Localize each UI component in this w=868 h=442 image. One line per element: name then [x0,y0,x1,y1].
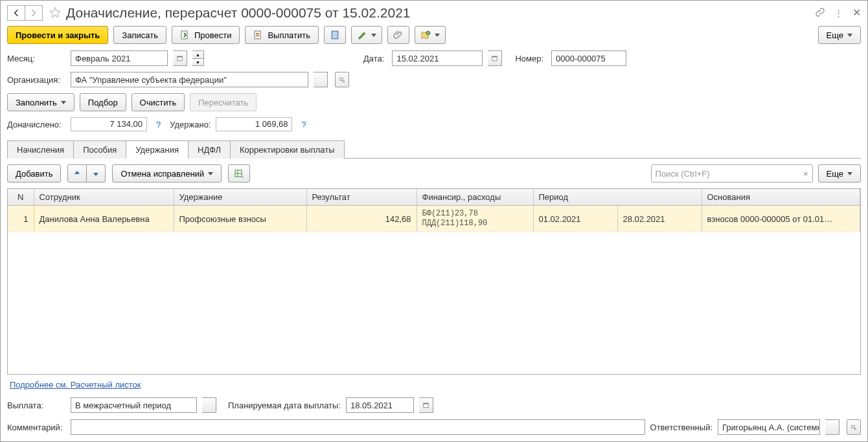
arrow-up-icon [73,170,81,177]
clear-button[interactable]: Очистить [131,93,185,111]
org-label: Организация: [7,75,65,85]
post-and-close-button[interactable]: Провести и закрыть [7,26,108,44]
comment-input[interactable] [71,419,645,435]
pick-button[interactable]: Подбор [80,93,126,111]
tab-benefits[interactable]: Пособия [73,140,126,159]
tab-corrections[interactable]: Корректировки выплаты [230,140,345,159]
payslip-link[interactable]: Подробнее см. Расчетный листок [10,380,141,390]
col-period[interactable]: Период [533,189,702,206]
tabs: Начисления Пособия Удержания НДФЛ Коррек… [7,140,861,159]
plan-date-field[interactable]: 18.05.2021 [346,397,414,413]
post-button[interactable]: Провести [172,26,240,44]
col-basis[interactable]: Основания [702,189,860,206]
pencil-icon [357,30,367,40]
cell-basis: взносов 0000-000005 от 01.01… [702,206,860,232]
post-icon [180,30,190,40]
cell-financing: БФ(211)23,78 ПДД(211)118,90 [417,206,533,232]
calendar-icon [423,401,429,409]
spinner-down-icon[interactable]: ▼ [192,58,204,66]
deductions-grid[interactable]: N Сотрудник Удержание Результат Финансир… [7,188,861,375]
cell-n: 1 [8,206,34,232]
grid-settings-button[interactable] [228,164,250,182]
attach-icon-button[interactable] [387,26,409,44]
tab-more-button[interactable]: Еще [818,164,861,182]
uderzhano-label: Удержано: [170,120,211,129]
cell-period-from: 01.02.2021 [533,206,617,232]
link-icon[interactable] [815,7,825,19]
report-icon [330,30,340,40]
svg-point-4 [426,31,430,35]
cell-result: 142,68 [306,206,417,232]
nav-forward-button[interactable] [25,5,43,21]
uderzhano-value: 1 069,68 [216,117,292,131]
gear-box-icon [420,30,431,40]
close-icon[interactable]: ✕ [852,8,861,18]
fill-button[interactable]: Заполнить [7,93,74,111]
nav-back-button[interactable] [7,5,25,21]
payment-label: Выплата: [7,401,65,410]
org-dropdown-button[interactable] [314,72,328,87]
donachisleno-value: 7 134,00 [71,117,147,131]
move-up-button[interactable] [67,164,87,182]
tab-ndfl[interactable]: НДФЛ [188,140,231,159]
month-label: Месяц: [7,54,65,63]
arrow-down-icon [92,170,100,177]
payment-field[interactable]: В межрасчетный период [71,397,197,413]
clear-search-icon[interactable]: × [803,169,808,179]
donachisleno-label: Доначислено: [7,120,65,129]
more-button[interactable]: Еще [818,26,861,44]
month-spinner[interactable]: ▲ ▼ [192,50,204,66]
plan-date-calendar-button[interactable] [419,397,433,413]
save-button[interactable]: Записать [113,26,166,44]
search-input[interactable]: Поиск (Ctrl+F) × [651,164,813,182]
pay-button[interactable]: Выплатить [245,26,319,44]
add-button[interactable]: Добавить [7,164,61,182]
open-ref-icon [339,76,345,83]
date-calendar-button[interactable] [488,50,502,66]
col-result[interactable]: Результат [306,189,417,206]
chevron-down-icon [371,34,376,37]
comment-label: Комментарий: [7,423,65,432]
tab-deductions[interactable]: Удержания [126,140,188,159]
extra-icon-button[interactable] [415,26,446,44]
responsible-dropdown-button[interactable] [825,419,839,435]
month-calendar-button[interactable] [173,50,187,66]
chevron-down-icon [847,172,852,175]
pay-icon [253,30,264,40]
month-field[interactable]: Февраль 2021 [71,50,168,66]
col-n[interactable]: N [8,189,34,206]
chevron-down-icon [435,34,440,37]
cell-deduction: Профсоюзные взносы [174,206,306,232]
date-field[interactable]: 15.02.2021 [392,50,483,66]
grid-columns-icon [234,168,244,179]
col-deduction[interactable]: Удержание [174,189,306,206]
payment-dropdown-button[interactable] [202,397,216,413]
help-icon[interactable]: ? [297,120,310,129]
cancel-fixes-button[interactable]: Отмена исправлений [112,164,222,182]
recalc-button: Пересчитать [190,93,257,111]
help-icon[interactable]: ? [152,120,165,129]
number-field[interactable]: 0000-000075 [551,50,626,66]
cell-period-to: 28.02.2021 [617,206,702,232]
svg-rect-12 [424,403,429,404]
search-placeholder: Поиск (Ctrl+F) [656,169,710,179]
table-row[interactable]: 1 Данилова Анна Валерьевна Профсоюзные в… [8,206,860,232]
report-icon-button[interactable] [324,26,346,44]
responsible-open-button[interactable] [847,419,861,435]
move-down-button[interactable] [87,164,106,182]
edit-icon-button[interactable] [351,26,382,44]
col-employee[interactable]: Сотрудник [34,189,174,206]
responsible-field[interactable]: Григорьянц А.А. (системн [718,419,820,435]
table-header-row: N Сотрудник Удержание Результат Финансир… [8,189,860,206]
kebab-menu-icon[interactable]: ⋮ [834,8,843,18]
chevron-down-icon [208,172,213,175]
col-financing[interactable]: Финансир., расходы [417,189,533,206]
chevron-down-icon [847,34,852,37]
tab-accruals[interactable]: Начисления [7,140,74,159]
spinner-up-icon[interactable]: ▲ [192,50,204,58]
favorite-star-icon[interactable] [49,6,61,20]
org-open-button[interactable] [335,72,349,87]
date-label: Дата: [363,54,384,63]
responsible-label: Ответственный: [650,423,713,432]
org-field[interactable]: ФА "Управление субъекта федерации" [71,72,308,87]
